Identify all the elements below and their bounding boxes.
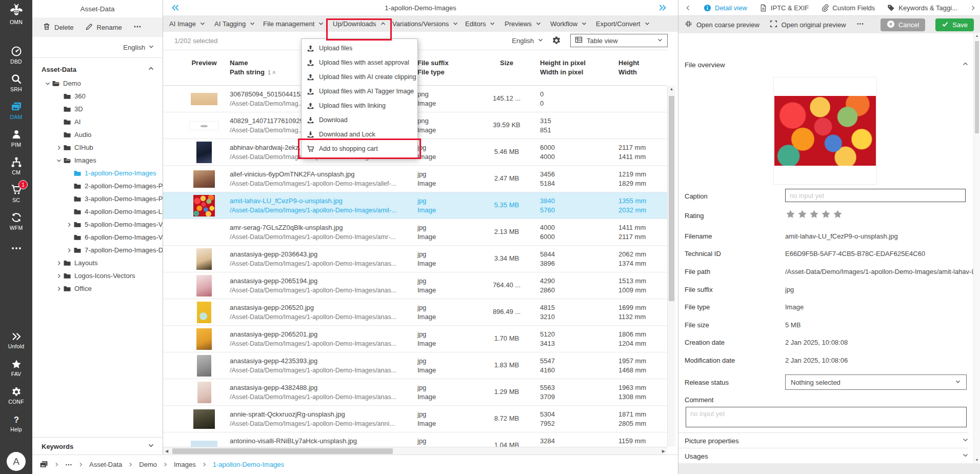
col-suffix-type[interactable]: File suffixFile type	[417, 58, 449, 77]
detail-scrollbar[interactable]: ▲▼	[973, 33, 980, 463]
menu-up-downloads[interactable]: Up/Downloads	[333, 15, 386, 32]
file-overview-collapse-icon[interactable]	[962, 61, 969, 69]
collapse-right-icon[interactable]	[658, 4, 667, 13]
tree-node-360[interactable]: 360	[32, 90, 163, 103]
dropdown-item-add-to-shopping-cart[interactable]: Add to shopping cart	[302, 142, 417, 156]
table-row[interactable]: anastasiya-gepp-4235393.jpg/Asset-Data/D…	[163, 352, 667, 379]
dropdown-item-upload-files[interactable]: Upload files	[302, 41, 417, 55]
view-mode-select[interactable]: Table view	[570, 34, 668, 47]
asset-preview-image[interactable]	[774, 96, 876, 166]
tree-node-demo[interactable]: Demo	[32, 77, 163, 90]
menu-ai-image[interactable]: AI Image	[169, 15, 206, 32]
breadcrumb-item[interactable]: Asset-Data	[89, 461, 122, 468]
rail-item-pim[interactable]: PIM	[0, 124, 32, 152]
dropdown-item-upload-files-with-asset-approval[interactable]: Upload files with asset approval	[302, 55, 417, 70]
list-language-select[interactable]: English	[512, 37, 544, 45]
save-button[interactable]: Save	[935, 18, 974, 31]
tree-node-office[interactable]: Office	[32, 282, 163, 295]
rail-item-dbd[interactable]: DBD	[0, 41, 32, 69]
table-row[interactable]: anastasiya-gepp-2065201.jpg/Asset-Data/D…	[163, 326, 667, 352]
asset-thumbnail[interactable]	[181, 141, 228, 164]
tree-expander-icon[interactable]	[55, 145, 63, 151]
table-row[interactable]: anastasiya-gepp-2036643.jpg/Asset-Data/D…	[163, 246, 667, 272]
vertical-scrollbar-thumb[interactable]	[669, 96, 674, 301]
table-row[interactable]: antonino-visalli-RNiBLy7aHck-unsplash.jp…	[163, 432, 667, 447]
rail-item-fav[interactable]: FAV	[0, 354, 32, 382]
open-coarse-preview-button[interactable]: Open coarse preview	[685, 20, 759, 29]
col-preview[interactable]: Preview	[181, 58, 228, 68]
tree-node-2-apollon-demo-images-pa[interactable]: 2-apollon-Demo-Images-Pa	[32, 180, 163, 192]
tree-node-1-apollon-demo-images[interactable]: 1-apollon-Demo-Images	[32, 167, 163, 180]
vertical-scrollbar[interactable]: ▲	[667, 86, 675, 447]
rail-item-cm[interactable]: CM	[0, 152, 32, 180]
rail-item-wfm[interactable]: WFM	[0, 207, 32, 235]
menu-export-convert[interactable]: Export/Convert	[596, 15, 650, 32]
tree-language-select[interactable]: English	[32, 37, 163, 58]
asset-thumbnail[interactable]	[181, 114, 228, 137]
rail-item-srh[interactable]: SRH	[0, 69, 32, 96]
menu-editors[interactable]: Editors	[465, 15, 495, 32]
detail-more-button[interactable]	[856, 20, 864, 29]
tree-node-cihub[interactable]: CIHub	[32, 141, 163, 154]
tree-expander-icon[interactable]	[65, 247, 73, 253]
tab-keywords-taggi-[interactable]: Keywords & Taggi...	[887, 4, 957, 12]
tree-expander-icon[interactable]	[55, 157, 63, 164]
rail-item-more[interactable]	[0, 235, 32, 263]
tree-node-audio[interactable]: Audio	[32, 128, 163, 141]
cancel-button[interactable]: Cancel	[881, 18, 925, 31]
table-row[interactable]: allef-vinicius-6ypOmTNK2FA-unsplash.jpg/…	[163, 166, 667, 192]
tab-iptc-exif[interactable]: IPTC & EXIF	[759, 4, 809, 12]
dropdown-item-upload-files-with-ai-create-clipping[interactable]: Upload files with AI create clipping	[302, 70, 417, 84]
tree-expander-icon[interactable]	[55, 260, 63, 266]
release-status-select[interactable]: Nothing selected	[785, 374, 967, 390]
col-size[interactable]: Size	[471, 58, 543, 68]
tree-expander-icon[interactable]	[44, 81, 52, 87]
picture-properties-section[interactable]: Picture properties	[678, 432, 969, 448]
menu-previews[interactable]: Previews	[505, 15, 542, 32]
table-row[interactable]: anastasiya-gepp-4382488.jpg/Asset-Data/D…	[163, 379, 667, 406]
asset-thumbnail[interactable]	[181, 301, 228, 324]
table-row[interactable]: anastasiya-gepp-206520.jpg/Asset-Data/De…	[163, 299, 667, 326]
tree-node-layouts[interactable]: Layouts	[32, 256, 163, 269]
tab-custom-fields[interactable]: Custom Fields	[821, 4, 875, 12]
usages-section[interactable]: Usages	[678, 448, 969, 464]
dropdown-item-download-and-lock[interactable]: Download and Lock	[302, 127, 417, 142]
tree-node-images[interactable]: Images	[32, 154, 163, 167]
asset-thumbnail[interactable]	[181, 408, 228, 430]
asset-thumbnail[interactable]	[181, 434, 228, 447]
rail-item-unfold[interactable]: Unfold	[0, 326, 32, 354]
asset-thumbnail[interactable]	[181, 221, 228, 244]
tree-node-5-apollon-demo-images-va[interactable]: 5-apollon-Demo-Images-Va	[32, 218, 163, 231]
avatar[interactable]: A	[7, 452, 26, 471]
detail-scrollbar-thumb[interactable]	[975, 41, 979, 133]
keywords-section-header[interactable]: Keywords	[32, 437, 163, 455]
table-row[interactable]: amr-serag-7GLsZZ0qBlk-unsplash.jpg/Asset…	[163, 219, 667, 246]
tree-expander-icon[interactable]	[65, 222, 73, 228]
open-original-preview-button[interactable]: Open original preview	[770, 20, 846, 29]
table-row[interactable]: anastasiya-gepp-2065194.jpg/Asset-Data/D…	[163, 272, 667, 299]
asset-thumbnail[interactable]	[181, 248, 228, 270]
rail-item-dam[interactable]: DAM	[0, 96, 32, 124]
rail-item-sc[interactable]: 1SC	[0, 180, 32, 207]
tree-more-button[interactable]	[133, 23, 142, 32]
rail-item-help[interactable]: ?Help	[0, 409, 32, 437]
asset-thumbnail[interactable]	[181, 274, 228, 297]
tree-expander-icon[interactable]	[55, 273, 63, 279]
tree-root[interactable]: Asset-Data	[32, 65, 163, 73]
caption-input[interactable]	[785, 189, 966, 202]
breadcrumb-home-icon[interactable]	[39, 460, 48, 469]
tree-node-ai[interactable]: AI	[32, 115, 163, 128]
breadcrumb-item[interactable]: Demo	[139, 461, 157, 468]
tree-node-3d[interactable]: 3D	[32, 103, 163, 115]
tree-node-3-apollon-demo-images-ps[interactable]: 3-apollon-Demo-Images-PS	[32, 192, 163, 205]
asset-thumbnail[interactable]	[181, 194, 228, 217]
tree-node-4-apollon-demo-images-lic[interactable]: 4-apollon-Demo-Images-Lic	[32, 205, 163, 218]
tree-node-logos-icons-vectors[interactable]: Logos-Icons-Vectors	[32, 269, 163, 282]
table-row[interactable]: annie-spratt-QckxruozjRg-unsplash.jpg/As…	[163, 406, 667, 432]
dropdown-item-upload-files-with-ai-tagger-image[interactable]: Upload files with AI Tagger Image	[302, 84, 417, 98]
dropdown-item-download[interactable]: Download	[302, 113, 417, 127]
horizontal-scrollbar[interactable]: ◀▶	[163, 447, 667, 455]
menu-file-management[interactable]: File management	[263, 15, 324, 32]
asset-thumbnail[interactable]	[181, 88, 228, 110]
dropdown-item-upload-files-with-linking[interactable]: Upload files with linking	[302, 98, 417, 113]
